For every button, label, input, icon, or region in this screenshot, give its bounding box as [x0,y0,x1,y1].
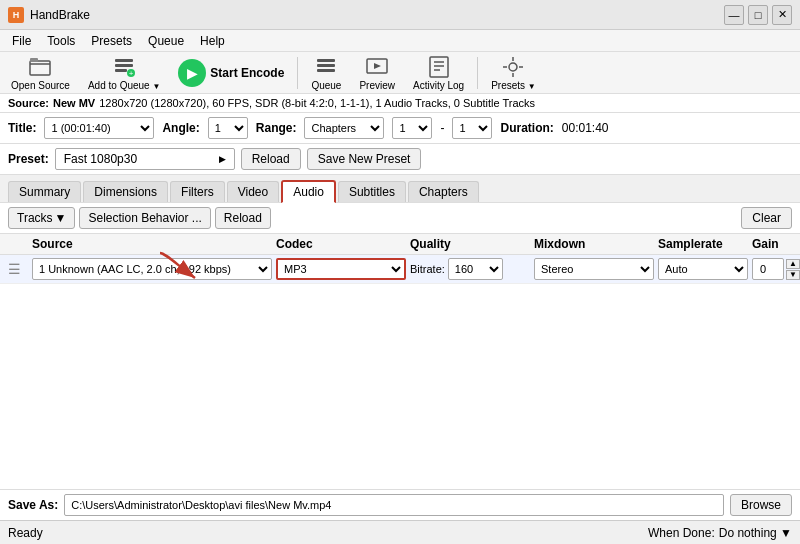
range-select[interactable]: Chapters [304,117,384,139]
header-source: Source [32,237,272,251]
tab-filters[interactable]: Filters [170,181,225,202]
header-codec: Codec [276,237,406,251]
svg-point-16 [509,63,517,71]
row-drag-handle[interactable]: ☰ [8,261,28,277]
save-new-preset-button[interactable]: Save New Preset [307,148,422,170]
svg-rect-2 [115,59,133,62]
clear-button[interactable]: Clear [741,207,792,229]
content-area: Tracks ▼ Selection Behavior ... Reload C… [0,203,800,489]
tab-chapters[interactable]: Chapters [408,181,479,202]
queue-label: Queue [311,80,341,91]
tab-dimensions[interactable]: Dimensions [83,181,168,202]
save-bar: Save As: Browse [0,489,800,520]
preset-display[interactable]: Fast 1080p30 ▶ [55,148,235,170]
tab-summary[interactable]: Summary [8,181,81,202]
range-label: Range: [256,121,297,135]
title-controls-row: Title: 1 (00:01:40) Angle: 1 Range: Chap… [0,113,800,144]
save-path-input[interactable] [64,494,724,516]
status-bar: Ready When Done: Do nothing ▼ [0,520,800,544]
start-encode-icon: ▶ [178,59,206,87]
reload-tracks-label: Reload [224,211,262,225]
codec-select[interactable]: MP3 [276,258,406,280]
gain-down-button[interactable]: ▼ [786,270,800,280]
menu-help[interactable]: Help [192,32,233,50]
svg-marker-11 [374,63,381,69]
svg-rect-12 [430,57,448,77]
menu-presets[interactable]: Presets [83,32,140,50]
when-done-area: When Done: Do nothing ▼ [648,526,792,540]
tracks-button[interactable]: Tracks ▼ [8,207,75,229]
angle-select[interactable]: 1 [208,117,248,139]
audio-sub-toolbar: Tracks ▼ Selection Behavior ... Reload C… [0,203,800,234]
header-gain: Gain [752,237,800,251]
clear-label: Clear [752,211,781,225]
bitrate-select[interactable]: 160 [448,258,503,280]
audio-tracks-table: Source Codec Quality Mixdown Samplerate … [0,234,800,489]
tracks-arrow-icon: ▼ [55,211,67,225]
gain-up-button[interactable]: ▲ [786,259,800,269]
tab-subtitles[interactable]: Subtitles [338,181,406,202]
preview-icon [365,55,389,79]
source-name: New MV [53,97,95,109]
reload-button[interactable]: Reload [241,148,301,170]
source-bar: Source: New MV 1280x720 (1280x720), 60 F… [0,94,800,113]
source-select[interactable]: 1 Unknown (AAC LC, 2.0 ch, 192 kbps) [32,258,272,280]
svg-rect-7 [317,59,335,62]
chapter-start-select[interactable]: 1 [392,117,432,139]
presets-icon [501,55,525,79]
selection-behavior-label: Selection Behavior ... [88,211,201,225]
queue-button[interactable]: Queue [304,52,348,94]
menu-tools[interactable]: Tools [39,32,83,50]
source-label: Source: [8,97,49,109]
window-controls: — □ ✕ [724,5,792,25]
gain-input[interactable] [752,258,784,280]
preview-button[interactable]: Preview [352,52,402,94]
when-done-value[interactable]: Do nothing ▼ [719,526,792,540]
toolbar-separator-2 [477,57,478,89]
minimize-button[interactable]: — [724,5,744,25]
open-source-label: Open Source [11,80,70,91]
queue-icon [314,55,338,79]
preset-label: Preset: [8,152,49,166]
menu-queue[interactable]: Queue [140,32,192,50]
chapter-end-select[interactable]: 1 [452,117,492,139]
header-quality: Quality [410,237,530,251]
header-mixdown: Mixdown [534,237,654,251]
maximize-button[interactable]: □ [748,5,768,25]
mixdown-select[interactable]: Stereo [534,258,654,280]
svg-rect-8 [317,64,335,67]
angle-label: Angle: [162,121,199,135]
title-select[interactable]: 1 (00:01:40) [44,117,154,139]
tab-video[interactable]: Video [227,181,279,202]
preset-row: Preset: Fast 1080p30 ▶ Reload Save New P… [0,144,800,175]
browse-button[interactable]: Browse [730,494,792,516]
activity-log-icon [427,55,451,79]
tabs-row: Summary Dimensions Filters Video Audio S… [0,175,800,203]
title-bar: H HandBrake — □ ✕ [0,0,800,30]
header-samplerate: Samplerate [658,237,748,251]
samplerate-select[interactable]: Auto [658,258,748,280]
add-queue-label: Add to Queue ▼ [88,80,160,91]
svg-rect-4 [115,69,127,72]
source-details: 1280x720 (1280x720), 60 FPS, SDR (8-bit … [99,97,535,109]
menu-file[interactable]: File [4,32,39,50]
table-row: ☰ 1 Unknown (AAC LC, 2.0 ch, 192 kbps) M… [0,255,800,284]
tab-audio[interactable]: Audio [281,180,336,203]
selection-behavior-button[interactable]: Selection Behavior ... [79,207,210,229]
close-button[interactable]: ✕ [772,5,792,25]
start-encode-button[interactable]: ▶ Start Encode [171,56,291,90]
presets-label: Presets ▼ [491,80,536,91]
preset-value: Fast 1080p30 [64,152,137,166]
start-encode-label: Start Encode [210,66,284,80]
add-queue-icon: + [112,55,136,79]
activity-log-button[interactable]: Activity Log [406,52,471,94]
reload-tracks-button[interactable]: Reload [215,207,271,229]
add-to-queue-button[interactable]: + Add to Queue ▼ [81,52,167,94]
presets-button[interactable]: Presets ▼ [484,52,543,94]
quality-bitrate-label: Bitrate: [410,263,445,275]
app-window: H HandBrake — □ ✕ File Tools Presets Que… [0,0,800,544]
open-source-button[interactable]: Open Source [4,52,77,94]
save-as-label: Save As: [8,498,58,512]
preview-label: Preview [359,80,395,91]
activity-log-label: Activity Log [413,80,464,91]
